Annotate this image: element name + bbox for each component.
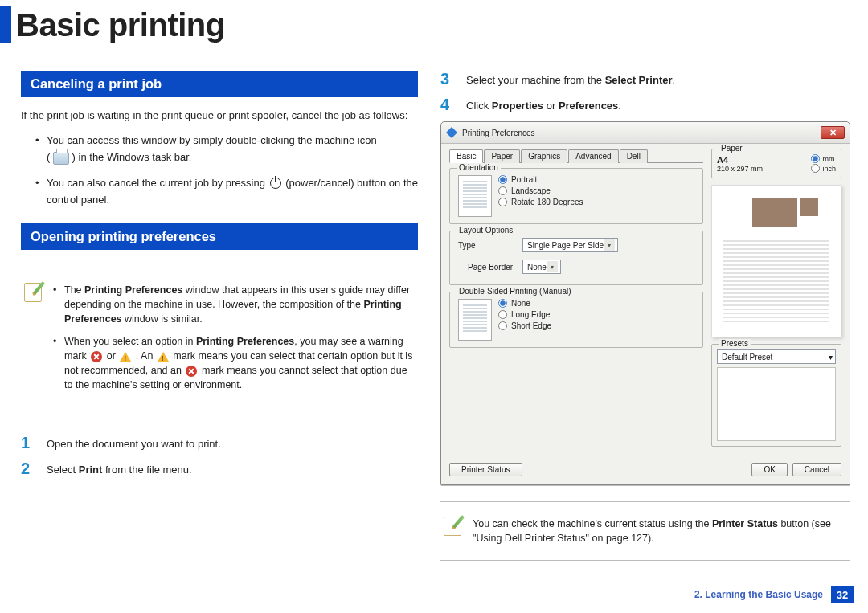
layout-fieldset: Layout Options Type Single Page Per Side… [449, 231, 703, 285]
power-icon [270, 178, 281, 189]
unit-mm[interactable]: mm [811, 154, 836, 163]
panel-legend: Paper [719, 144, 745, 153]
step-3: 3 Select your machine from the Select Pr… [440, 71, 850, 88]
paper-dimensions: 210 x 297 mm [717, 165, 763, 173]
note-item-1: The Printing Preferences window that app… [53, 283, 415, 326]
step-number: 2 [21, 460, 37, 476]
printing-preferences-dialog: Printing Preferences ✕ Basic Paper Graph… [440, 121, 850, 485]
unit-inch[interactable]: inch [811, 164, 836, 173]
app-icon [446, 127, 457, 138]
chevron-down-icon: ▾ [604, 239, 615, 251]
type-select[interactable]: Single Page Per Side▾ [522, 238, 618, 252]
duplex-fieldset: Double-Sided Printing (Manual) None Long… [449, 292, 703, 348]
step-text: Select your machine from the Select Prin… [466, 71, 675, 88]
note-icon [24, 283, 42, 302]
cancel-bullet-list: You can access this window by simply dou… [21, 132, 418, 209]
accent-stripe [0, 6, 11, 43]
fieldset-legend: Layout Options [457, 226, 515, 235]
page-preview [711, 185, 841, 337]
radio-short-edge[interactable]: Short Edge [498, 321, 551, 330]
paper-size-name: A4 [717, 155, 763, 165]
right-column: 3 Select your machine from the Select Pr… [440, 71, 850, 580]
fieldset-legend: Double-Sided Printing (Manual) [457, 287, 574, 296]
paper-panel: Paper A4 210 x 297 mm mm inch [711, 149, 841, 178]
note-block-1: The Printing Preferences window that app… [21, 268, 418, 416]
note-block-2: You can check the machine's current stat… [440, 501, 850, 561]
error-icon [186, 366, 197, 377]
presets-select[interactable]: Default Preset▾ [717, 349, 836, 364]
duplex-thumbnail [458, 299, 492, 341]
warning-icon [158, 352, 169, 362]
orientation-thumbnail [458, 175, 492, 217]
bullet-1: You can access this window by simply dou… [35, 132, 418, 166]
step-4: 4 Click Properties or Preferences. [440, 96, 850, 114]
chevron-down-icon: ▾ [829, 353, 833, 362]
radio-long-edge[interactable]: Long Edge [498, 310, 551, 319]
section-heading-cancel: Canceling a print job [21, 71, 418, 97]
error-icon [91, 351, 102, 362]
tab-basic[interactable]: Basic [449, 149, 483, 163]
page-title: Basic printing [16, 7, 225, 43]
radio-rotate180[interactable]: Rotate 180 Degrees [498, 198, 583, 206]
step-text: Select Print from the file menu. [47, 460, 192, 478]
type-label: Type [458, 241, 514, 250]
radio-none[interactable]: None [498, 299, 551, 308]
note-item-2: When you select an option in Printing Pr… [53, 334, 415, 393]
fieldset-legend: Orientation [457, 163, 501, 172]
close-button[interactable]: ✕ [821, 126, 845, 139]
step-number: 4 [440, 96, 457, 112]
chevron-down-icon: ▾ [547, 261, 558, 272]
section-intro: If the print job is waiting in the print… [21, 108, 418, 124]
presets-panel: Presets Default Preset▾ [711, 344, 841, 447]
dialog-tabs: Basic Paper Graphics Advanced Dell [449, 149, 703, 163]
step-number: 1 [21, 435, 37, 451]
step-1: 1 Open the document you want to print. [21, 435, 418, 452]
step-text: Open the document you want to print. [47, 435, 221, 452]
step-text: Click Properties or Preferences. [466, 96, 621, 114]
tab-dell[interactable]: Dell [620, 149, 648, 163]
presets-list[interactable] [717, 367, 836, 441]
border-label: Page Border [458, 263, 514, 272]
dialog-titlebar: Printing Preferences ✕ [441, 122, 850, 144]
cancel-button[interactable]: Cancel [792, 463, 841, 476]
printer-icon [53, 152, 69, 165]
radio-portrait[interactable]: Portrait [498, 175, 583, 184]
warning-icon [120, 352, 131, 362]
printer-status-button[interactable]: Printer Status [449, 463, 522, 476]
section-heading-preferences: Opening printing preferences [21, 223, 418, 250]
tab-graphics[interactable]: Graphics [521, 149, 567, 163]
border-select[interactable]: None▾ [522, 260, 561, 274]
step-2: 2 Select Print from the file menu. [21, 460, 418, 478]
tab-advanced[interactable]: Advanced [568, 149, 618, 163]
chapter-label: 2. Learning the Basic Usage [694, 589, 823, 600]
page-number: 32 [831, 586, 854, 603]
note-text: You can check the machine's current stat… [473, 517, 847, 546]
orientation-fieldset: Orientation Portrait Landscape Rotate 18… [449, 168, 703, 224]
left-column: Canceling a print job If the print job i… [21, 71, 418, 580]
panel-legend: Presets [719, 339, 751, 348]
bullet-2: You can also cancel the current job by p… [35, 174, 418, 209]
ok-button[interactable]: OK [751, 463, 787, 476]
note-icon [444, 517, 461, 536]
dialog-title: Printing Preferences [462, 129, 535, 137]
page-header: Basic printing [0, 0, 868, 50]
tab-paper[interactable]: Paper [484, 149, 520, 163]
radio-landscape[interactable]: Landscape [498, 186, 583, 195]
step-number: 3 [440, 71, 457, 87]
page-footer: 2. Learning the Basic Usage 32 [694, 586, 854, 603]
